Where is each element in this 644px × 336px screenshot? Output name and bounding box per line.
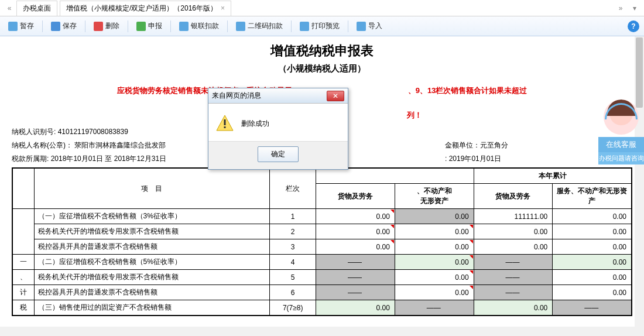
dialog-message: 删除成功 (241, 119, 269, 129)
dialog-body: 删除成功 (208, 104, 348, 141)
warning-icon (215, 114, 234, 133)
svg-rect-2 (224, 126, 226, 128)
dialog-title: 来自网页的消息 (212, 91, 261, 101)
dialog-overlay: 来自网页的消息 ✕ 删除成功 确定 (0, 0, 644, 336)
delete-success-dialog: 来自网页的消息 ✕ 删除成功 确定 (208, 88, 348, 170)
dialog-ok-button[interactable]: 确定 (258, 146, 299, 162)
dialog-footer: 确定 (208, 141, 348, 169)
dialog-close-button[interactable]: ✕ (327, 91, 344, 101)
dialog-header[interactable]: 来自网页的消息 ✕ (208, 88, 348, 104)
svg-rect-1 (224, 119, 226, 125)
